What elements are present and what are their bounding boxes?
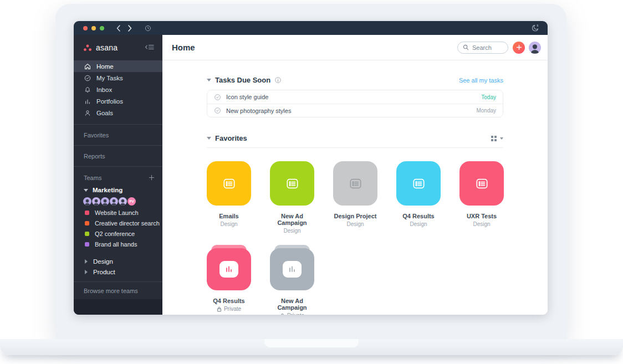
dashboard-tile[interactable] <box>207 248 251 290</box>
sidebar-item-goals[interactable]: Goals <box>74 107 162 119</box>
sidebar-item-inbox[interactable]: Inbox <box>74 84 162 95</box>
task-name: Icon style guide <box>226 94 268 100</box>
tile-name: Q4 Results <box>207 298 251 304</box>
info-circle-icon[interactable] <box>274 76 282 84</box>
moon-dnd-icon[interactable] <box>531 23 540 34</box>
avatar[interactable] <box>119 197 127 206</box>
list-board-icon <box>222 176 237 191</box>
favorite-tile-new-ad-campaign[interactable]: New Ad Campaign Design <box>270 161 314 234</box>
avatar[interactable] <box>110 197 118 206</box>
list-board-icon <box>411 176 426 191</box>
lock-icon <box>217 306 222 312</box>
tasks-due-soon-card: Icon style guide Today New photography s… <box>207 90 503 117</box>
column-chart-icon <box>283 261 302 278</box>
team-marketing[interactable]: Marketing <box>74 184 162 196</box>
team-name: Marketing <box>93 187 122 193</box>
search-box[interactable] <box>457 42 508 54</box>
task-check-circle-icon[interactable] <box>214 107 221 114</box>
avatar-initials-text: PV <box>129 199 134 203</box>
sidebar-item-home[interactable]: Home <box>74 60 162 72</box>
sidebar-section-favorites[interactable]: Favorites <box>74 124 162 145</box>
project-tile[interactable] <box>333 161 377 206</box>
clock-icon[interactable] <box>144 24 152 32</box>
minimize-window-button[interactable] <box>91 26 96 30</box>
task-due-date: Monday <box>476 107 496 114</box>
team-design[interactable]: Design <box>74 256 162 266</box>
sidebar-item-label: Home <box>96 63 114 70</box>
collapse-sidebar-icon[interactable] <box>144 43 155 52</box>
favorite-stacked-tile-q4-results[interactable]: Q4 Results Private <box>207 248 251 315</box>
laptop-base-notch <box>264 339 359 347</box>
add-button[interactable] <box>513 42 525 54</box>
team-member-avatars: PV <box>74 196 162 207</box>
sidebar-item-label: Portfolios <box>96 98 123 105</box>
browse-more-teams-label: Browse more teams <box>84 288 138 294</box>
avatar[interactable] <box>92 197 100 206</box>
chevron-down-icon <box>500 137 503 140</box>
favorite-tile-q4-results[interactable]: Q4 Results Design <box>396 161 441 234</box>
section-title: Tasks Due Soon <box>215 76 270 84</box>
project-name: Brand all hands <box>95 241 137 248</box>
see-all-my-tasks-link[interactable]: See all my tasks <box>459 77 503 84</box>
reports-section-label: Reports <box>84 153 105 160</box>
forward-chevron-icon[interactable] <box>127 25 132 32</box>
view-toggle[interactable] <box>491 135 503 142</box>
grid-view-icon <box>491 135 497 142</box>
user-avatar[interactable] <box>529 42 541 54</box>
sidebar-footer <box>74 299 162 315</box>
sidebar-item-portfolios[interactable]: Portfolios <box>74 95 162 107</box>
favorite-tile-design-project[interactable]: Design Project Design <box>333 161 377 234</box>
asana-logo-icon <box>83 44 92 52</box>
project-name: Website Launch <box>95 209 139 216</box>
main-area: Home <box>162 35 548 315</box>
task-row[interactable]: Icon style guide Today <box>207 90 503 104</box>
zoom-window-button[interactable] <box>100 26 104 30</box>
avatar[interactable] <box>101 197 109 206</box>
tile-subtitle: Design <box>396 221 441 227</box>
team-name: Design <box>93 258 113 265</box>
avatar[interactable] <box>83 197 91 206</box>
collapse-section-icon[interactable] <box>207 137 211 140</box>
team-name: Product <box>93 269 115 275</box>
favorite-tile-emails[interactable]: Emails Design <box>207 161 251 234</box>
add-team-plus-icon[interactable] <box>149 175 155 182</box>
dashboard-tile[interactable] <box>270 248 314 290</box>
avatar-initials[interactable]: PV <box>127 197 136 206</box>
collapse-section-icon[interactable] <box>207 79 211 81</box>
home-content: Tasks Due Soon See all my tasks Icon <box>162 60 548 315</box>
favorites-section-label: Favorites <box>84 132 109 139</box>
favorites-header: Favorites <box>207 134 503 142</box>
project-creative-director-search[interactable]: Creative director search <box>74 218 162 228</box>
section-title: Favorites <box>215 134 247 142</box>
sidebar-item-label: Inbox <box>96 86 112 93</box>
favorite-tile-uxr-tests[interactable]: UXR Tests Design <box>459 161 504 234</box>
project-website-launch[interactable]: Website Launch <box>74 207 162 218</box>
laptop-base <box>0 339 623 355</box>
project-tile[interactable] <box>207 161 251 206</box>
project-q2-conference[interactable]: Q2 conference <box>74 228 162 239</box>
close-window-button[interactable] <box>83 26 88 30</box>
project-tile[interactable] <box>396 161 441 206</box>
chevron-right-icon <box>85 259 88 264</box>
sidebar-teams-section: Teams Marketing <box>74 166 162 277</box>
task-row[interactable]: New photography styles Monday <box>207 104 503 117</box>
search-magnifier-icon <box>462 44 469 51</box>
sidebar-item-my-tasks[interactable]: My Tasks <box>74 72 162 84</box>
favorite-stacked-tile-new-ad-campaign[interactable]: New Ad Campaign Private <box>270 248 314 315</box>
sidebar-section-reports[interactable]: Reports <box>74 145 162 166</box>
app-header: Home <box>162 35 548 60</box>
chevron-right-icon <box>85 270 88 274</box>
project-color-dot <box>85 232 89 236</box>
project-tile[interactable] <box>459 161 504 206</box>
team-product[interactable]: Product <box>74 266 162 277</box>
task-check-circle-icon[interactable] <box>214 94 221 101</box>
list-board-icon <box>348 176 363 191</box>
tile-name: Design Project <box>333 213 377 219</box>
lock-icon <box>280 313 285 315</box>
back-chevron-icon[interactable] <box>116 25 121 32</box>
project-tile[interactable] <box>270 161 314 206</box>
browse-more-teams-link[interactable]: Browse more teams <box>74 281 162 299</box>
search-input[interactable] <box>472 44 505 51</box>
traffic-lights <box>83 26 104 30</box>
project-brand-all-hands[interactable]: Brand all hands <box>74 239 162 249</box>
